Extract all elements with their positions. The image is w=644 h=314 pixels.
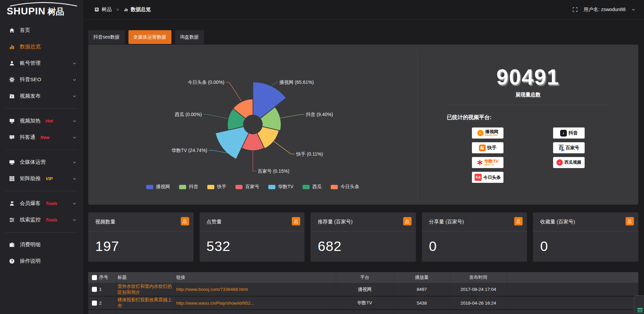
cell-link[interactable]: http://www.boosj.com/7338468.html [175, 283, 336, 296]
sidebar-item-6[interactable]: 视频加热Hot [0, 113, 83, 129]
column-header: 平台 [336, 272, 394, 283]
sidebar-item-badge: VIP [46, 176, 53, 181]
row-checkbox[interactable] [92, 287, 97, 292]
kuaishou-logo [479, 145, 486, 151]
chevron-down-icon [72, 160, 76, 164]
pie-label-播视网: 播视网 (65.61%) [279, 80, 314, 85]
pie-label-华数TV: 华数TV (24.74%) [171, 148, 207, 153]
legend-item-今日头条[interactable]: 今日头条 [331, 184, 359, 190]
tab-1[interactable]: 抖音seo数据 [88, 30, 125, 44]
legend-label: 华数TV [278, 184, 293, 190]
sidebar-item-7[interactable]: 抖客通New [0, 129, 83, 146]
chevron-down-icon [72, 119, 76, 123]
total-badge: 总 [403, 217, 412, 225]
home-icon [9, 28, 15, 34]
legend-swatch [331, 185, 338, 189]
sidebar-item-label: 全媒体运营 [20, 159, 46, 166]
legend-label: 抖音 [189, 184, 198, 190]
sidebar-item-label: 矩阵助推 [20, 175, 41, 182]
baijiahao-logo: 百 [558, 144, 564, 151]
breadcrumb-root[interactable]: 树品 [102, 6, 112, 13]
tab-3[interactable]: 询盘数据 [175, 30, 204, 44]
total-impressions-value: 90491 [418, 65, 638, 90]
pie-label-西瓜: 西瓜 (0.00%) [175, 112, 202, 117]
gear-icon [9, 77, 15, 83]
cell-no: 1 [98, 283, 116, 296]
sidebar-item-8[interactable]: 全媒体运营 [0, 154, 83, 170]
cell-title[interactable]: 室外水纹灯和室内水纹灯的区别和简介 [116, 283, 175, 296]
cell-time: 2017-08-24 17:04 [450, 283, 507, 296]
overview-panel: 播视网 (65.61%)抖音 (9.40%)快手 (0.11%)百家号 (0.1… [88, 45, 638, 205]
stat-card-1: 视频数量总197 [88, 212, 194, 262]
table-row: 1室外水纹灯和室内水纹灯的区别和简介http://www.boosj.com/7… [88, 283, 638, 296]
platform-pill-今日头条: 头条今日头条 [472, 172, 503, 183]
sidebar-item-label: 视频加热 [20, 117, 41, 124]
column-header: 发布时间 [450, 272, 507, 283]
sidebar-item-12[interactable]: 消费明细 [0, 237, 83, 253]
username-label[interactable]: 用户名: zswodun88 [584, 6, 626, 13]
cell-platform: 华数TV [336, 296, 394, 310]
sidebar-item-3[interactable]: 账号管理 [0, 55, 83, 71]
select-all-checkbox[interactable] [92, 275, 97, 280]
bar-chart-icon [9, 44, 15, 50]
sidebar-item-badge: Hot [46, 118, 53, 123]
sidebar-item-9[interactable]: 矩阵助推VIP [0, 170, 83, 187]
platform-share-chart: 播视网 (65.61%)抖音 (9.40%)快手 (0.11%)百家号 (0.1… [88, 45, 417, 205]
sidebar-item-4[interactable]: 抖音SEO [0, 71, 83, 88]
legend-label: 今日头条 [340, 184, 359, 190]
comment-icon [9, 135, 15, 141]
chat-widget[interactable] [634, 295, 644, 314]
platforms-title: 已统计的视频平台: [447, 114, 491, 121]
sidebar-item-11[interactable]: 线索监控Tools [0, 212, 83, 228]
legend-swatch [235, 185, 243, 189]
cell-no: 2 [98, 296, 116, 310]
sidebar-item-label: 会员爆客 [20, 200, 41, 207]
pie-label-line [226, 82, 241, 101]
legend-item-百家号[interactable]: 百家号 [235, 184, 259, 190]
platform-pill-快手: 快手 [472, 142, 503, 153]
legend-item-抖音[interactable]: 抖音 [179, 184, 198, 190]
fullscreen-icon[interactable] [573, 7, 578, 12]
legend-item-快手[interactable]: 快手 [207, 184, 226, 190]
sidebar-item-10[interactable]: 会员爆客Tools [0, 195, 83, 212]
legend-item-播视网[interactable]: 播视网 [146, 184, 170, 190]
legend-label: 百家号 [245, 184, 259, 190]
question-icon: ? [9, 258, 15, 264]
platform-pill-播视网: ▸播视网boosj.com [472, 127, 503, 139]
pie-label-line [203, 114, 227, 118]
sidebar-divider [5, 232, 78, 232]
legend-swatch [207, 185, 214, 189]
row-checkbox[interactable] [92, 301, 97, 306]
legend-swatch [303, 185, 310, 189]
video-table-wrap: 序号标题链接平台播放量发布时间1室外水纹灯和室内水纹灯的区别和简介http://… [88, 272, 638, 314]
sidebar-divider [5, 191, 78, 191]
sidebar-item-2[interactable]: 数据总览 [0, 39, 83, 55]
column-header: 链接 [175, 272, 336, 283]
sidebar-item-label: 视频发布 [20, 93, 41, 100]
sidebar-menu: 首页数据总览账号管理抖音SEO视频发布视频加热Hot抖客通New全媒体运营矩阵助… [0, 22, 83, 269]
stat-card-title: 收藏量 (百家号) [533, 212, 638, 231]
cell-title[interactable]: 楼体投影灯投影效果震撼上市 [116, 296, 175, 310]
legend-item-西瓜[interactable]: 西瓜 [303, 184, 322, 190]
sidebar-item-label: 账号管理 [20, 60, 41, 67]
sidebar-item-5[interactable]: 视频发布 [0, 88, 83, 104]
chevron-down-icon[interactable] [632, 8, 635, 11]
app-logo: SHUPIN 树品 [0, 0, 83, 21]
sidebar-item-13[interactable]: ?操作说明 [0, 253, 83, 269]
legend-swatch [146, 185, 153, 189]
breadcrumb-current: 数据总览 [131, 6, 151, 13]
pie-slice-华数TV[interactable] [215, 126, 249, 159]
rose-pie-chart: 播视网 (65.61%)抖音 (9.40%)快手 (0.11%)百家号 (0.1… [88, 45, 417, 182]
monitor-icon [9, 159, 15, 165]
total-impressions-label: 展现量总数 [418, 92, 638, 98]
sliders-icon [9, 217, 15, 223]
chevron-down-icon [72, 94, 76, 98]
grid-icon [9, 176, 15, 182]
video-publish-icon [9, 93, 15, 99]
cell-link[interactable]: http://www.wasu.cn/Play/show/id/952... [175, 296, 336, 310]
sidebar-divider [5, 108, 78, 109]
douyin-logo: ♪ [560, 130, 567, 137]
tab-2[interactable]: 全媒体运营数据 [128, 30, 171, 44]
sidebar-item-1[interactable]: 首页 [0, 22, 83, 39]
legend-item-华数TV[interactable]: 华数TV [268, 184, 293, 190]
